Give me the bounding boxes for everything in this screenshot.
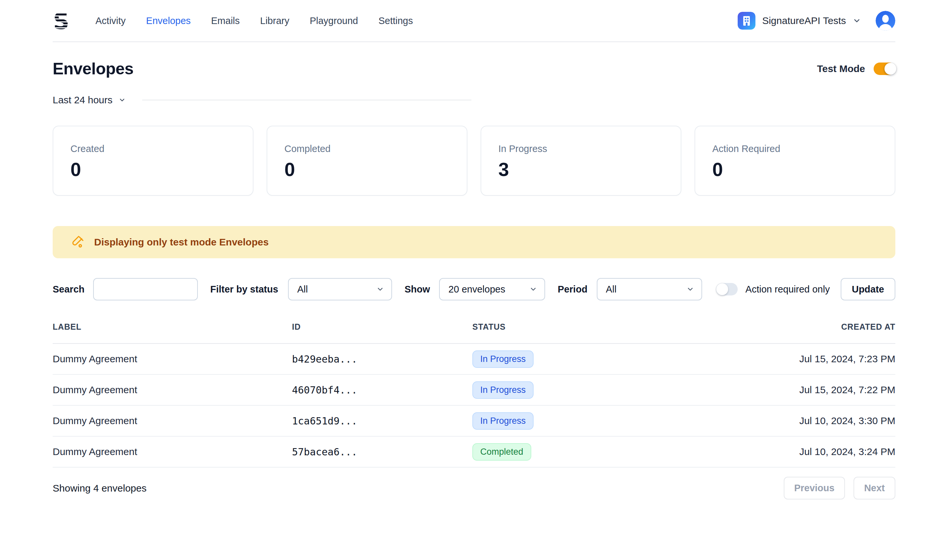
period-selector-row: Last 24 hours [53, 94, 896, 107]
svg-text:S: S [53, 11, 69, 31]
organization-name: SignatureAPI Tests [762, 15, 846, 26]
envelope-label: Dummy Agreement [53, 353, 292, 365]
stat-card-in-progress: In Progress 3 [481, 126, 681, 196]
period-filter-label: Period [558, 284, 587, 295]
table-row[interactable]: Dummy Agreement 1ca651d9... In Progress … [53, 406, 896, 437]
status-filter-select[interactable]: All [288, 278, 392, 300]
topbar-right: SignatureAPI Tests [738, 11, 896, 31]
envelope-created-at: Jul 15, 2024, 7:22 PM [698, 384, 896, 395]
page: S Activity Envelopes Emails Library Play… [0, 0, 948, 500]
stat-label: Action Required [712, 143, 877, 154]
divider [142, 100, 472, 100]
column-header-label: LABEL [53, 322, 292, 332]
chevron-down-icon [119, 96, 126, 104]
organization-switcher[interactable]: SignatureAPI Tests [738, 12, 861, 29]
chevron-down-icon [852, 17, 861, 25]
main-nav: Activity Envelopes Emails Library Playgr… [96, 15, 413, 26]
envelopes-table: LABEL ID STATUS CREATED AT Dummy Agreeme… [53, 310, 896, 468]
stat-value: 0 [284, 158, 450, 180]
banner-text: Displaying only test mode Envelopes [94, 237, 268, 248]
nav-item-playground[interactable]: Playground [310, 15, 358, 26]
show-label: Show [405, 284, 430, 295]
stat-card-action-required: Action Required 0 [695, 126, 896, 196]
status-filter-label: Filter by status [210, 284, 278, 295]
nav-item-emails[interactable]: Emails [211, 15, 240, 26]
nav-item-settings[interactable]: Settings [379, 15, 413, 26]
stat-label: In Progress [498, 143, 664, 154]
envelope-id: 1ca651d9... [292, 415, 472, 427]
stat-label: Completed [284, 143, 450, 154]
table-row[interactable]: Dummy Agreement 46070bf4... In Progress … [53, 375, 896, 406]
test-mode-toggle[interactable] [874, 63, 896, 75]
envelope-label: Dummy Agreement [53, 415, 292, 426]
period-filter-select[interactable]: All [597, 278, 702, 300]
stat-value: 0 [71, 158, 236, 180]
status-badge: In Progress [472, 412, 533, 430]
column-header-created-at: CREATED AT [698, 322, 896, 332]
nav-item-envelopes[interactable]: Envelopes [146, 15, 191, 26]
chevron-down-icon [686, 285, 694, 293]
results-summary: Showing 4 envelopes [53, 483, 146, 494]
toggle-knob [716, 283, 728, 295]
column-header-id: ID [292, 322, 472, 332]
next-page-button[interactable]: Next [854, 477, 896, 500]
organization-building-icon [738, 12, 755, 29]
previous-page-button[interactable]: Previous [784, 477, 845, 500]
envelope-label: Dummy Agreement [53, 384, 292, 395]
envelope-id: 57bacea6... [292, 446, 472, 458]
toggle-knob [885, 63, 896, 75]
test-mode-control: Test Mode [817, 63, 896, 75]
top-navigation-bar: S Activity Envelopes Emails Library Play… [53, 0, 896, 42]
action-required-only-label: Action required only [746, 284, 830, 295]
envelope-id: b429eeba... [292, 353, 472, 365]
search-input[interactable] [93, 278, 198, 300]
status-badge: In Progress [472, 382, 533, 399]
envelope-created-at: Jul 15, 2024, 7:23 PM [698, 353, 896, 365]
show-count-select[interactable]: 20 envelopes [439, 278, 545, 300]
filter-toolbar: Search Filter by status All Show 20 enve… [53, 278, 896, 300]
column-header-status: STATUS [472, 322, 698, 332]
stat-label: Created [71, 143, 236, 154]
time-range-dropdown[interactable]: Last 24 hours [53, 94, 126, 106]
envelope-created-at: Jul 10, 2024, 3:24 PM [698, 446, 896, 457]
user-avatar[interactable] [876, 11, 896, 31]
nav-item-activity[interactable]: Activity [96, 15, 126, 26]
period-filter-value: All [606, 284, 617, 295]
update-button[interactable]: Update [841, 278, 896, 300]
table-header-row: LABEL ID STATUS CREATED AT [53, 310, 896, 344]
status-filter-value: All [297, 284, 308, 295]
stat-card-completed: Completed 0 [267, 126, 467, 196]
status-badge: In Progress [472, 351, 533, 368]
status-badge: Completed [472, 443, 531, 461]
envelope-label: Dummy Agreement [53, 446, 292, 457]
pagination: Previous Next [784, 477, 896, 500]
stat-value: 0 [712, 158, 877, 180]
stat-value: 3 [498, 158, 664, 180]
page-title: Envelopes [53, 59, 134, 78]
page-header: Envelopes Test Mode [53, 59, 896, 78]
stats-cards: Created 0 Completed 0 In Progress 3 Acti… [53, 126, 896, 196]
stat-card-created: Created 0 [53, 126, 253, 196]
table-footer: Showing 4 envelopes Previous Next [53, 477, 896, 500]
table-row[interactable]: Dummy Agreement b429eeba... In Progress … [53, 344, 896, 375]
time-range-value: Last 24 hours [53, 94, 113, 106]
envelope-created-at: Jul 10, 2024, 3:30 PM [698, 415, 896, 426]
test-mode-label: Test Mode [817, 63, 865, 74]
table-row[interactable]: Dummy Agreement 57bacea6... Completed Ju… [53, 437, 896, 468]
search-label: Search [53, 284, 85, 295]
show-count-value: 20 envelopes [448, 284, 505, 295]
action-required-only-toggle[interactable] [716, 283, 738, 295]
envelope-id: 46070bf4... [292, 384, 472, 396]
test-mode-banner: Displaying only test mode Envelopes [53, 226, 896, 258]
signatureapi-logo-icon[interactable]: S [53, 11, 70, 31]
test-tube-icon [71, 235, 85, 249]
chevron-down-icon [529, 285, 537, 293]
nav-item-library[interactable]: Library [260, 15, 289, 26]
chevron-down-icon [376, 285, 384, 293]
